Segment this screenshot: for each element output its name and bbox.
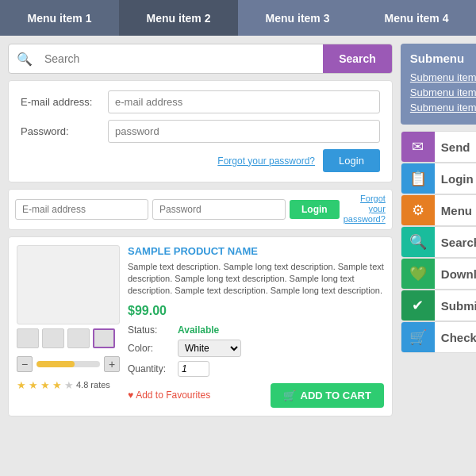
color-row: Color: White Black Red Blue: [128, 340, 384, 357]
product-attributes: Status: Available Color: White Black Red…: [128, 324, 384, 377]
star-5: ★: [64, 379, 74, 391]
nav-item[interactable]: Menu item 3: [238, 0, 357, 36]
thumbnail-2[interactable]: [42, 328, 64, 348]
nav-item[interactable]: Menu item 4: [357, 0, 476, 36]
action-label: Search: [435, 236, 476, 249]
search-input[interactable]: [40, 44, 323, 73]
action-label: Download: [435, 267, 476, 281]
inline-forgot-link[interactable]: Forgot your password?: [344, 194, 386, 225]
color-select[interactable]: White Black Red Blue: [178, 340, 241, 357]
star-1: ★: [17, 379, 26, 391]
thumbnail-row: [17, 328, 120, 348]
thumbnail-1[interactable]: [17, 328, 39, 348]
inline-login-button[interactable]: Login: [290, 200, 340, 219]
password-field[interactable]: [108, 120, 380, 143]
left-content: 🔍 Search E-mail address: Password: Forgo…: [8, 44, 393, 416]
submenu-item[interactable]: Submenu item 3: [410, 102, 476, 113]
product-image-area: − + ★ ★ ★ ★ ★ 4.8 rates: [17, 245, 120, 408]
quantity-label: Quantity:: [128, 363, 171, 374]
search-button[interactable]: Search: [323, 44, 392, 73]
nav-item[interactable]: Menu item 1: [0, 0, 119, 36]
action-label: Send: [435, 140, 476, 154]
action-button-menu[interactable]: ⚙Menu☁: [401, 194, 476, 226]
product-description: Sample text description. Sample long tex…: [128, 261, 384, 298]
action-label: Menu: [435, 204, 476, 217]
submenu-box: Submenu Submenu item 1Submenu item 2Subm…: [401, 44, 476, 125]
fav-label: Add to Favourites: [136, 390, 210, 401]
inline-email-field[interactable]: [15, 199, 148, 220]
product-section: − + ★ ★ ★ ★ ★ 4.8 rates SAMPLE PRODUCT N…: [8, 236, 393, 416]
form-actions: Forgot your password? Login: [21, 149, 380, 172]
add-to-cart-label: ADD TO CART: [301, 390, 371, 401]
password-label: Password:: [21, 125, 108, 137]
heart-icon: ♥: [128, 390, 133, 401]
status-label: Status:: [128, 324, 171, 336]
email-row: E-mail address:: [21, 90, 380, 113]
submenu-item[interactable]: Submenu item 1: [410, 71, 476, 83]
action-left-icon: 🛒: [401, 321, 435, 353]
right-sidebar: Submenu Submenu item 1Submenu item 2Subm…: [401, 44, 476, 416]
star-4: ★: [52, 379, 62, 391]
action-label: Checkout: [435, 331, 476, 344]
action-button-checkout[interactable]: 🛒Checkout♡: [401, 321, 476, 353]
top-navigation: Menu item 1Menu item 2Menu item 3Menu it…: [0, 0, 476, 36]
action-button-send[interactable]: ✉Send🗑: [401, 131, 476, 163]
inline-password-field[interactable]: [152, 199, 286, 220]
nav-item[interactable]: Menu item 2: [119, 0, 238, 36]
status-value: Available: [178, 324, 219, 336]
action-left-icon: ✔: [401, 290, 435, 321]
login-form: E-mail address: Password: Forgot your pa…: [8, 80, 393, 182]
product-price: $99.00: [128, 304, 384, 318]
password-row: Password:: [21, 120, 380, 143]
status-row: Status: Available: [128, 324, 384, 336]
product-info: SAMPLE PRODUCT NAME Sample text descript…: [128, 245, 384, 408]
forgot-password-link[interactable]: Forgot your password?: [217, 155, 315, 167]
action-label: Login: [435, 172, 476, 186]
email-label: E-mail address:: [21, 96, 108, 108]
zoom-slider: − +: [17, 356, 120, 372]
action-button-login[interactable]: 📋Login➡: [401, 163, 476, 194]
search-bar: 🔍 Search: [8, 44, 393, 74]
rating-row: ★ ★ ★ ★ ★ 4.8 rates: [17, 379, 120, 391]
action-button-search[interactable]: 🔍Search🎁: [401, 226, 476, 258]
submenu-item[interactable]: Submenu item 2: [410, 86, 476, 98]
action-left-icon: ⚙: [401, 194, 435, 226]
submenu-title: Submenu: [410, 52, 476, 65]
star-3: ★: [40, 379, 50, 391]
search-icon: 🔍: [9, 44, 40, 73]
product-bottom-row: ♥ Add to Favourites 🛒 ADD TO CART: [128, 383, 384, 408]
email-field[interactable]: [108, 90, 380, 113]
product-main-image: [17, 245, 120, 324]
cart-icon: 🛒: [283, 390, 296, 401]
inline-login-row: Login Forgot your password?: [8, 189, 393, 230]
action-left-icon: 💚: [401, 258, 435, 290]
action-label: Submit: [435, 299, 476, 313]
action-button-download[interactable]: 💚Download✕: [401, 258, 476, 290]
quantity-row: Quantity:: [128, 361, 384, 377]
action-left-icon: 🔍: [401, 226, 435, 258]
login-button[interactable]: Login: [323, 149, 380, 172]
action-left-icon: ✉: [401, 131, 435, 163]
color-label: Color:: [128, 343, 171, 354]
slider-fill: [36, 361, 75, 367]
star-2: ★: [29, 379, 38, 391]
zoom-plus-button[interactable]: +: [104, 356, 120, 372]
thumbnail-3[interactable]: [67, 328, 90, 348]
action-button-submit[interactable]: ✔Submitℹ: [401, 290, 476, 321]
zoom-minus-button[interactable]: −: [17, 356, 33, 372]
quantity-input[interactable]: [178, 361, 209, 377]
action-left-icon: 📋: [401, 163, 435, 194]
product-name: SAMPLE PRODUCT NAME: [128, 245, 384, 257]
add-to-favourites-link[interactable]: ♥ Add to Favourites: [128, 390, 210, 401]
rating-text: 4.8 rates: [76, 380, 110, 390]
slider-track[interactable]: [36, 361, 100, 367]
add-to-cart-button[interactable]: 🛒 ADD TO CART: [271, 383, 384, 408]
thumbnail-4[interactable]: [93, 328, 115, 348]
